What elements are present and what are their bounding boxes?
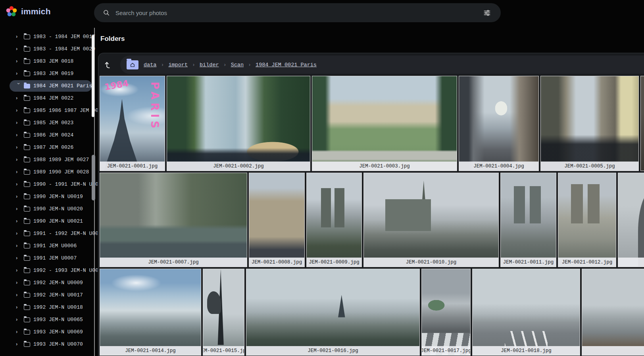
chevron-right-icon[interactable]: › (16, 193, 21, 199)
sidebar-folder-item-3[interactable]: › 1983 JEM 0019 (0, 67, 98, 80)
search-input[interactable] (115, 10, 482, 16)
breadcrumb: data›import›bilder›Scan›1984 JEM 0021 Pa… (144, 62, 317, 68)
sidebar-folder-item-1[interactable]: › 1983 - 1984 JEM 0020 (0, 43, 98, 55)
photo-tile-JEM-0021-0015[interactable]: JEM-0021-0015.jpg (203, 269, 244, 356)
sidebar-folder-item-17[interactable]: › 1991 JEM U0006 (0, 240, 98, 252)
breadcrumb-link-0[interactable]: data (144, 62, 156, 68)
sidebar-folder-item-0[interactable]: › 1983 - 1984 JEM 0017 (0, 31, 98, 43)
photo-filename: JEM-0021-0011.jpg (501, 258, 556, 267)
photo-tile-JEM-0021-0010[interactable]: JEM-0021-0010.jpg (363, 173, 499, 267)
sidebar-folder-item-25[interactable]: › 1993 JEM-N U0070 (0, 338, 98, 350)
chevron-right-icon[interactable]: › (16, 144, 21, 150)
breadcrumb-link-2[interactable]: bilder (200, 62, 219, 68)
photo-tile-JEM-0021-0001[interactable]: 1984PARIS JEM-0021-0001.jpg (100, 76, 165, 171)
sidebar-folder-item-9[interactable]: › 1987 JEM 0026 (0, 141, 98, 154)
chevron-right-icon[interactable]: › (16, 58, 21, 64)
photo-thumbnail (203, 269, 244, 355)
folder-icon (24, 330, 30, 335)
breadcrumb-separator: › (161, 62, 163, 67)
app-header: immich (0, 0, 644, 25)
photo-handwriting-city: PARIS (149, 82, 161, 131)
photo-thumbnail: 1984PARIS (100, 76, 165, 171)
chevron-right-icon[interactable]: › (16, 279, 21, 285)
photo-tile-JEM-0021-0003[interactable]: JEM-0021-0003.jpg (312, 76, 457, 171)
folder-icon (24, 318, 30, 322)
sidebar-folder-item-23[interactable]: › 1993 JEM-N U0065 (0, 314, 98, 326)
sidebar-folder-item-10[interactable]: › 1988 1989 JEM 0027 (0, 154, 98, 166)
sidebar-folder-item-15[interactable]: › 1990 JEM-N U0021 (0, 215, 98, 227)
sidebar-folder-item-11[interactable]: › 1989 1990 JEM 0028 (0, 166, 98, 178)
folder-icon (24, 158, 30, 162)
breadcrumb-link-1[interactable]: import (168, 62, 188, 68)
sidebar-folder-item-5[interactable]: › 1984 JEM 0022 (0, 92, 98, 104)
folder-label: 1983 JEM 0018 (33, 58, 73, 64)
breadcrumb-link-4[interactable]: 1984 JEM 0021 Paris (256, 62, 317, 68)
sidebar-folder-item-24[interactable]: › 1993 JEM-N U0069 (0, 326, 98, 338)
chevron-right-icon[interactable]: › (16, 292, 21, 298)
folder-up-button[interactable] (102, 59, 113, 70)
sidebar-folder-item-16[interactable]: › 1991 - 1992 JEM-N U00 (0, 227, 98, 240)
chevron-right-icon[interactable]: › (16, 304, 21, 310)
chevron-right-icon[interactable]: › (16, 70, 21, 76)
photo-tile-JEM-0021-0017[interactable]: JEM-0021-0017.jpg (421, 269, 471, 356)
main-scrollbar-thumb[interactable] (92, 155, 95, 200)
chevron-right-icon[interactable]: › (16, 329, 21, 335)
folder-icon (24, 219, 30, 224)
photo-tile-JEM-0021-0011[interactable]: JEM-0021-0011.jpg (500, 173, 556, 267)
sidebar-folder-item-20[interactable]: › 1992 JEM-N U0009 (0, 277, 98, 289)
sidebar-folder-item-13[interactable]: › 1990 JEM-N U0019 (0, 191, 98, 203)
sidebar-folder-item-6[interactable]: › 1985 1986 1987 JEM 00 (0, 104, 98, 117)
home-folder-icon[interactable] (127, 60, 138, 69)
chevron-right-icon[interactable]: › (16, 230, 21, 236)
photo-filename: JEM-0021-0007.jpg (100, 258, 247, 267)
chevron-right-icon[interactable]: › (16, 156, 21, 162)
photo-tile[interactable] (582, 269, 644, 356)
chevron-right-icon[interactable]: › (16, 132, 21, 138)
photo-tile-JEM-0021-0008[interactable]: JEM-0021-0008.jpg (249, 173, 305, 267)
photo-tile[interactable] (618, 173, 644, 267)
chevron-right-icon[interactable]: › (16, 33, 21, 39)
chevron-right-icon[interactable]: › (16, 206, 21, 212)
photo-tile-JEM-0021-0016[interactable]: JEM-0021-0016.jpg (246, 269, 420, 356)
photo-tile-JEM-0021-0018[interactable]: JEM-0021-0018.jpg (472, 269, 580, 356)
photo-filename: JEM-0021-0016.jpg (246, 346, 419, 355)
sidebar-folder-item-14[interactable]: › 1990 JEM-N U0020 (0, 203, 98, 215)
photo-tile-JEM-0021-0012[interactable]: JEM-0021-0012.jpg (558, 173, 616, 267)
chevron-right-icon[interactable]: › (16, 107, 21, 113)
immich-logo[interactable]: immich (6, 6, 51, 17)
sidebar-folder-item-7[interactable]: › 1985 JEM 0023 (0, 117, 98, 129)
sidebar-folder-item-2[interactable]: › 1983 JEM 0018 (0, 55, 98, 67)
chevron-right-icon[interactable]: › (16, 181, 21, 187)
chevron-right-icon[interactable]: › (16, 169, 21, 175)
sidebar-folder-item-4[interactable]: › 1984 JEM 0021 Paris (0, 80, 98, 92)
chevron-down-icon[interactable]: › (16, 83, 22, 89)
photo-tile-JEM-0021-0004[interactable]: JEM-0021-0004.jpg (459, 76, 539, 171)
chevron-right-icon[interactable]: › (16, 95, 21, 101)
sidebar-folder-item-18[interactable]: › 1991 JEM U0007 (0, 252, 98, 264)
chevron-right-icon[interactable]: › (16, 46, 21, 52)
search-bar[interactable] (94, 3, 501, 22)
photo-tile-JEM-0021-0014[interactable]: JEM-0021-0014.jpg (100, 269, 201, 356)
folder-icon (24, 207, 30, 212)
search-filter-button[interactable] (482, 8, 492, 18)
sidebar-folder-item-12[interactable]: › 1990 - 1991 JEM-N U00 (0, 178, 98, 191)
sidebar-folder-item-21[interactable]: › 1992 JEM-N U0017 (0, 289, 98, 301)
photo-tile-JEM-0021-0005[interactable]: JEM-0021-0005.jpg (540, 76, 639, 171)
chevron-right-icon[interactable]: › (16, 119, 21, 125)
chevron-right-icon[interactable]: › (16, 218, 21, 224)
photo-tile-JEM-0021-0009[interactable]: JEM-0021-0009.jpg (306, 173, 362, 267)
chevron-right-icon[interactable]: › (16, 255, 21, 261)
breadcrumb-row: data›import›bilder›Scan›1984 JEM 0021 Pa… (98, 55, 644, 75)
photo-tile-JEM-0021-0007[interactable]: JEM-0021-0007.jpg (100, 173, 247, 267)
sidebar-folder-item-19[interactable]: › 1992 - 1993 JEM-N U00 (0, 264, 98, 277)
photo-tile[interactable] (640, 76, 644, 171)
chevron-right-icon[interactable]: › (16, 242, 21, 248)
sidebar-scrollbar-thumb[interactable] (92, 35, 94, 117)
sidebar-folder-item-22[interactable]: › 1992 JEM-N U0018 (0, 301, 98, 314)
sidebar-folder-item-8[interactable]: › 1986 JEM 0024 (0, 129, 98, 141)
chevron-right-icon[interactable]: › (16, 267, 21, 273)
chevron-right-icon[interactable]: › (16, 316, 21, 322)
photo-tile-JEM-0021-0002[interactable]: JEM-0021-0002.jpg (167, 76, 310, 171)
chevron-right-icon[interactable]: › (16, 341, 21, 347)
breadcrumb-link-3[interactable]: Scan (231, 62, 244, 68)
